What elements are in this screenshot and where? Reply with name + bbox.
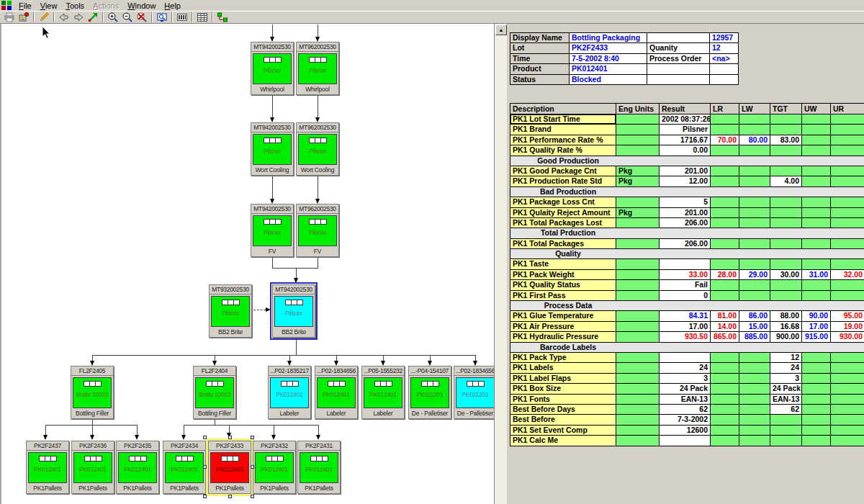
cell-eng-units[interactable] [616,135,660,145]
cell-ur[interactable] [831,176,864,186]
cell-tgt[interactable]: 30.00 [770,270,802,280]
cell-tgt[interactable] [770,114,802,125]
cell-result[interactable]: 24 Pack [660,384,711,394]
column-header-tgt[interactable]: TGT [770,104,802,114]
cell-eng-units[interactable] [616,114,660,125]
cell-description[interactable]: PK1 Package Loss Cnt [510,197,616,207]
cell-ur[interactable] [831,291,864,301]
cell-tgt[interactable]: 900.00 [770,332,802,342]
selection-handle[interactable] [203,495,207,498]
cell-description[interactable]: PK1 Performance Rate % [510,135,616,145]
lot-node-mt942002530[interactable]: MT942002530PilsnerWort Cooling [251,122,294,176]
cell-uw[interactable] [802,176,831,186]
cell-ur[interactable] [831,426,864,436]
cell-lr[interactable] [711,291,739,301]
cell-lw[interactable] [739,218,770,228]
cell-eng-units[interactable] [616,145,660,156]
cell-tgt[interactable]: 88.00 [770,311,802,321]
cell-lw[interactable] [739,280,770,290]
lot-node-pk2f2435[interactable]: PK2F2435PK012401PK1Pallets [116,441,159,494]
cell-tgt[interactable]: EAN-13 [770,395,802,405]
cell-ur[interactable]: 32.00 [831,270,864,280]
cell-uw[interactable] [802,135,831,145]
cell-tgt[interactable]: 12 [770,353,802,363]
cell-result[interactable]: 12.00 [660,176,711,186]
selection-handle[interactable] [203,436,207,439]
cell-tgt[interactable] [770,145,802,156]
lot-node-p051555232[interactable]: ...P05-1555232PK012401Labeler [361,366,405,419]
cell-result[interactable]: Fail [660,280,711,290]
cell-description[interactable]: PK1 Quality Rate % [510,145,616,156]
column-header-description[interactable]: Description [510,104,616,114]
lot-node-pk2f2434[interactable]: PK2F2434PK012401PK1Pallets [163,441,206,494]
cell-lw[interactable] [739,384,770,394]
cell-eng-units[interactable] [616,197,660,207]
cell-lr[interactable] [711,426,739,436]
cell-result[interactable]: 0.00 [660,145,711,156]
cell-tgt[interactable] [770,291,802,301]
column-header-ur[interactable]: UR [831,104,864,114]
menu-item-help[interactable]: Help [160,1,185,11]
cell-uw[interactable] [802,239,831,249]
diagram-vscrollbar[interactable]: ▲ [494,24,507,504]
cell-result[interactable]: 0 [660,291,711,301]
cell-lr[interactable] [711,259,739,269]
cell-uw[interactable]: 17.00 [802,322,831,332]
zoom-out-icon[interactable] [120,12,135,23]
cell-lr[interactable] [711,280,739,290]
drill-to-node-icon[interactable] [86,12,100,23]
cell-result[interactable]: 84.31 [660,311,711,321]
cell-description[interactable]: PK1 Pack Type [510,353,616,363]
cell-uw[interactable] [802,291,831,301]
cell-lr[interactable] [711,405,739,415]
cell-ur[interactable]: 95.00 [831,311,864,321]
selection-handle[interactable] [228,495,232,498]
cell-lr[interactable] [711,239,739,249]
cell-lw[interactable]: 29.00 [739,270,770,280]
cell-result[interactable]: 3 [660,374,711,384]
cell-eng-units[interactable] [616,218,660,228]
back-arrow-icon[interactable] [57,12,71,23]
cell-description[interactable]: PK1 First Pass [510,291,616,301]
cell-eng-units[interactable] [616,415,660,425]
cell-tgt[interactable]: 83.00 [770,135,802,145]
cell-tgt[interactable]: 16.68 [770,322,802,332]
cell-lr[interactable] [711,114,739,125]
cell-uw[interactable] [802,125,831,135]
lot-node-mt962002530[interactable]: MT962002530PilsnerFV [296,204,339,257]
cell-result[interactable]: 1716.67 [660,135,711,145]
print-icon[interactable] [2,12,17,23]
lot-node-fl2f2404[interactable]: FL2F2404Bottle 10003Bottling Filler [193,366,236,419]
cell-uw[interactable] [802,384,831,394]
cell-lw[interactable]: 15.00 [739,322,770,332]
cell-ur[interactable]: 930.00 [831,332,864,342]
lot-node-pk2f2437[interactable]: PK2F2437PK012401PK1Pallets [26,441,69,494]
cell-lr[interactable] [711,208,739,218]
cell-tgt[interactable] [770,280,802,290]
cell-ur[interactable] [831,259,864,269]
find-view-icon[interactable] [155,12,169,23]
cell-lr[interactable] [711,436,739,446]
genealogy-canvas[interactable] [0,24,494,504]
cell-uw[interactable] [802,426,831,436]
cell-lw[interactable]: 80.00 [739,135,770,145]
cell-ur[interactable] [831,384,864,394]
cell-uw[interactable] [802,280,831,290]
cell-description[interactable]: Best Before Days [510,405,616,415]
menu-item-view[interactable]: View [36,1,62,11]
selection-handle[interactable] [251,495,254,498]
cell-description[interactable]: PK1 Fonts [510,395,616,405]
cell-result[interactable]: 201.00 [660,166,711,176]
cell-eng-units[interactable] [616,395,660,405]
cell-lw[interactable] [739,197,770,207]
cell-lr[interactable] [711,197,739,207]
cell-result[interactable]: EAN-13 [660,395,711,405]
cell-result[interactable]: Pilsner [660,125,711,135]
genealogy-view-icon[interactable] [215,12,230,23]
cell-uw[interactable] [802,395,831,405]
cell-lr[interactable] [711,166,739,176]
cell-ur[interactable] [831,166,864,176]
cell-eng-units[interactable] [616,426,660,436]
cell-description[interactable]: PK1 Quality Status [510,280,616,290]
cell-eng-units[interactable] [616,125,660,135]
